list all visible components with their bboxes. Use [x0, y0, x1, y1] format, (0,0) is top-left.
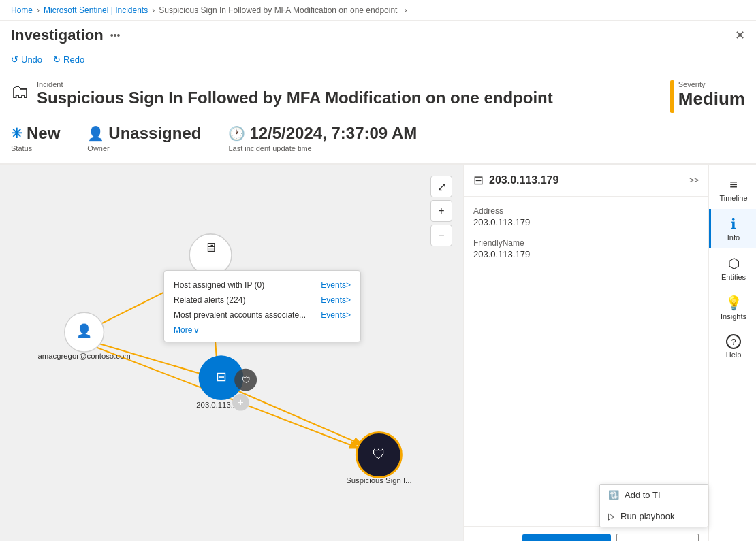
- add-ti-icon: 🔃: [608, 490, 619, 500]
- svg-text:+: +: [238, 397, 243, 408]
- address-label: Address: [473, 206, 699, 216]
- redo-icon: ↻: [53, 54, 61, 65]
- severity-value: Medium: [678, 88, 745, 110]
- detail-ip-icon: ⊟: [473, 173, 484, 188]
- popup-accounts-label: Most prevalent accounts associate...: [174, 310, 306, 320]
- incident-icon: 🗂: [11, 80, 30, 103]
- undo-button[interactable]: ↺ Undo: [11, 54, 42, 65]
- detail-expand-icon[interactable]: >>: [689, 176, 699, 185]
- entities-label: Entities: [721, 273, 746, 281]
- context-menu: 🔃 Add to TI ▷ Run playbook: [599, 484, 708, 527]
- svg-line-4: [232, 389, 362, 444]
- info-icon: ℹ: [731, 216, 736, 232]
- sidebar-item-entities[interactable]: ⬡ Entities: [709, 248, 756, 288]
- view-full-details-button[interactable]: View full details: [522, 534, 610, 541]
- popup-more-link[interactable]: More: [174, 325, 192, 335]
- sidebar-item-insights[interactable]: 💡 Insights: [709, 288, 756, 327]
- time-value: 12/5/2024, 7:37:09 AM: [249, 124, 417, 143]
- detail-footer: View full details Entity actions ∨: [464, 526, 708, 541]
- popup-alerts-label: Related alerts (224): [174, 295, 245, 305]
- address-value: 203.0.113.179: [473, 217, 699, 227]
- svg-text:👤: 👤: [76, 323, 93, 338]
- insights-icon: 💡: [725, 295, 742, 311]
- run-playbook-item[interactable]: ▷ Run playbook: [600, 506, 708, 527]
- popup-host-events[interactable]: Events>: [321, 280, 351, 290]
- undo-icon: ↺: [11, 54, 18, 65]
- zoom-out-button[interactable]: −: [430, 225, 452, 246]
- incident-info: 🗂 Incident Suspicious Sign In Followed b…: [0, 69, 756, 165]
- timeline-icon: ≡: [729, 177, 738, 193]
- sidebar-item-help[interactable]: ? Help: [709, 327, 756, 365]
- svg-text:amacgregor@contoso.com: amacgregor@contoso.com: [38, 352, 131, 360]
- sidebar-item-timeline[interactable]: ≡ Timeline: [709, 170, 756, 209]
- fullscreen-button[interactable]: ⤢: [430, 176, 452, 197]
- page-header: Investigation ••• ✕: [0, 21, 756, 50]
- svg-text:🛡: 🛡: [373, 447, 385, 461]
- entity-actions-button[interactable]: Entity actions ∨: [616, 534, 699, 541]
- breadcrumb-current: Suspicious Sign In Followed by MFA Modif…: [159, 5, 397, 15]
- zoom-in-button[interactable]: +: [430, 200, 452, 222]
- graph-controls: ⤢ + −: [430, 176, 452, 246]
- redo-button[interactable]: ↻ Redo: [53, 54, 84, 65]
- friendly-label: FriendlyName: [473, 238, 699, 248]
- right-sidebar: ≡ Timeline ℹ Info ⬡ Entities 💡 Insights …: [708, 165, 756, 541]
- entities-icon: ⬡: [728, 255, 740, 272]
- insights-label: Insights: [721, 312, 746, 321]
- incident-title: Suspicious Sign In Followed by MFA Modif…: [37, 88, 553, 108]
- owner-label: Owner: [87, 144, 201, 152]
- breadcrumb-incidents[interactable]: Microsoft Sentinel | Incidents: [44, 5, 148, 15]
- page-title: Investigation: [11, 27, 104, 44]
- timeline-label: Timeline: [719, 194, 747, 202]
- incident-label: Incident: [37, 80, 553, 88]
- help-label: Help: [726, 350, 742, 359]
- svg-text:⊟: ⊟: [216, 370, 227, 384]
- run-playbook-icon: ▷: [608, 511, 615, 521]
- popup-card: Host assigned with IP (0) Events> Relate…: [163, 270, 361, 342]
- status-icon: ✳: [11, 125, 22, 142]
- sidebar-item-info[interactable]: ℹ Info: [709, 209, 756, 248]
- graph-area: 🖥 DESKTOP-1FINQP9 👤 amacgregor@contoso.c…: [0, 165, 463, 541]
- status-value: New: [27, 124, 60, 143]
- owner-icon: 👤: [87, 125, 104, 142]
- detail-panel: ⊟ 203.0.113.179 >> Address 203.0.113.179…: [463, 165, 708, 541]
- time-label: Last incident update time: [228, 144, 417, 152]
- svg-text:Suspicious Sign I...: Suspicious Sign I...: [346, 476, 411, 485]
- time-icon: 🕐: [228, 125, 245, 142]
- friendly-value: 203.0.113.179: [473, 249, 699, 259]
- popup-chevron-icon: ∨: [193, 325, 200, 335]
- popup-host-label: Host assigned with IP (0): [174, 280, 264, 290]
- breadcrumb-home[interactable]: Home: [11, 5, 33, 15]
- severity-label: Severity: [678, 80, 745, 88]
- info-label: Info: [727, 233, 740, 242]
- toolbar: ↺ Undo ↻ Redo: [0, 50, 756, 69]
- close-button[interactable]: ✕: [735, 28, 745, 43]
- add-to-ti-item[interactable]: 🔃 Add to TI: [600, 485, 708, 506]
- status-label: Status: [11, 144, 60, 152]
- popup-accounts-events[interactable]: Events>: [321, 310, 351, 320]
- owner-value: Unassigned: [108, 124, 201, 143]
- help-icon: ?: [726, 334, 741, 349]
- more-icon[interactable]: •••: [110, 30, 121, 41]
- popup-alerts-events[interactable]: Events>: [321, 295, 351, 305]
- svg-text:🖥: 🖥: [204, 240, 217, 255]
- detail-ip-title: 203.0.113.179: [489, 174, 558, 186]
- severity-bar: [670, 80, 674, 113]
- breadcrumb: Home › Microsoft Sentinel | Incidents › …: [0, 0, 756, 21]
- svg-text:🛡: 🛡: [242, 376, 250, 385]
